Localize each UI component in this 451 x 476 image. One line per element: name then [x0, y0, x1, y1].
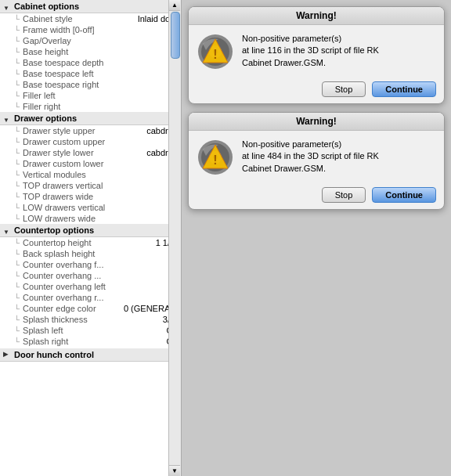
scroll-up-arrow[interactable]: ▲ [169, 0, 180, 11]
item-label: Countertop height [23, 238, 156, 247]
connector-icon: └ [14, 250, 20, 258]
tree-item: └ LOW drawers vertical 1 [0, 202, 181, 213]
dialog-2-stop-button[interactable]: Stop [322, 187, 366, 203]
item-label: Base toespace depth [23, 58, 170, 67]
section-header-drawer[interactable]: Drawer options [0, 112, 181, 125]
item-label: Splash right [23, 337, 166, 346]
tree-item: └ Filler left 0" [0, 90, 181, 101]
dialog-1-message: Non-positive parameter(s) at line 116 in… [242, 33, 436, 69]
section-header-door[interactable]: ▶ Door hunch control [0, 348, 181, 362]
tree-item: └ TOP drawers wide 1 [0, 191, 181, 202]
tree-item: └ Cabinet style Inlaid door [0, 13, 181, 24]
tree-item: └ Base height 4" [0, 46, 181, 57]
tree-item: └ Back splash height 4" [0, 248, 181, 259]
tree-panel: Cabinet options └ Cabinet style Inlaid d… [0, 0, 182, 476]
connector-icon: └ [14, 239, 20, 247]
item-label: Filler right [23, 102, 170, 111]
tree-item: └ Filler right 0" [0, 101, 181, 112]
warning-icon-2: ! [197, 139, 234, 176]
connector-icon: └ [14, 160, 20, 168]
dialog-1-stop-button[interactable]: Stop [322, 81, 366, 97]
connector-icon: └ [14, 48, 20, 56]
connector-icon: └ [14, 261, 20, 269]
item-label: Cabinet style [23, 14, 138, 23]
tree-item: └ TOP drawers vertical 2 [0, 180, 181, 191]
item-label: LOW drawers wide [23, 214, 173, 223]
section-label-cabinet: Cabinet options [14, 2, 79, 11]
connector-icon: └ [14, 316, 20, 324]
connector-icon: └ [14, 294, 20, 302]
dialog-2-buttons: Stop Continue [189, 184, 444, 209]
connector-icon: └ [14, 149, 20, 157]
tree-item: └ Splash thickness 3/4" [0, 314, 181, 325]
item-label: Back splash height [23, 249, 170, 258]
connector-icon: └ [14, 337, 20, 346]
connector-icon: └ [14, 15, 20, 23]
tree-item: └ Drawer custom upper [0, 136, 181, 147]
item-label: Drawer custom upper [23, 137, 178, 146]
connector-icon: └ [14, 182, 20, 190]
section-label-door: Door hunch control [14, 350, 94, 359]
triangle-cabinet[interactable] [3, 2, 11, 10]
tree-item: └ Gap/Overlay 0" [0, 35, 181, 46]
section-label-drawer: Drawer options [14, 114, 77, 123]
connector-icon: └ [14, 138, 20, 146]
connector-icon: └ [14, 103, 20, 111]
triangle-door[interactable]: ▶ [3, 351, 11, 359]
tree-item: └ Drawer style upper cabdr01 [0, 125, 181, 136]
scroll-down-arrow[interactable]: ▼ [169, 465, 180, 476]
connector-icon: └ [14, 81, 20, 89]
dialog-1-titlebar: Warning! [189, 7, 444, 25]
item-label: Drawer style lower [23, 148, 146, 157]
tree-item: └ Counter overhang f... 1" [0, 259, 181, 270]
tree-item: └ Counter overhang left 1" [0, 281, 181, 292]
dialog-2-message: Non-positive parameter(s) at line 484 in… [242, 139, 436, 175]
right-panel: Warning! ! Non-positive parameter( [182, 0, 451, 476]
connector-icon: └ [14, 283, 20, 291]
tree-item: └ Counter overhang ... 1" [0, 270, 181, 281]
warning-dialog-2: Warning! ! Non-positive parameter(s) at … [188, 112, 445, 210]
tree-item: └ Countertop height 1 1/2" [0, 237, 181, 248]
tree-item: └ Drawer style lower cabdr01 [0, 147, 181, 158]
triangle-drawer[interactable] [3, 114, 11, 122]
connector-icon: └ [14, 305, 20, 313]
connector-icon: └ [14, 59, 20, 67]
connector-icon: └ [14, 326, 20, 335]
dialog-1-message-text: Non-positive parameter(s) at line 116 in… [242, 34, 379, 67]
connector-icon: └ [14, 272, 20, 280]
scrollbar[interactable]: ▲ ▼ [168, 0, 181, 476]
dialog-1-continue-button[interactable]: Continue [372, 81, 436, 97]
dialog-1-buttons: Stop Continue [189, 78, 444, 103]
item-label: Counter overhang ... [23, 271, 170, 280]
item-label: LOW drawers vertical [23, 203, 173, 212]
item-label: Splash thickness [23, 315, 163, 324]
item-label: Counter overhang r... [23, 293, 170, 302]
item-label: Counter edge color [23, 304, 124, 313]
scroll-thumb[interactable] [171, 12, 180, 59]
tree-item: └ Vertical modules 4 [0, 169, 181, 180]
triangle-countertop[interactable] [3, 226, 11, 234]
connector-icon: └ [14, 204, 20, 212]
tree-item: └ Base toespace depth 3" [0, 57, 181, 68]
connector-icon: └ [14, 70, 20, 78]
tree-item: └ Frame width [0-off] 1" [0, 24, 181, 35]
svg-text:!: ! [213, 48, 217, 61]
item-label: Frame width [0-off] [23, 25, 170, 34]
tree-item: └ Splash right Off [0, 336, 181, 347]
connector-icon: └ [14, 171, 20, 179]
svg-text:!: ! [213, 153, 217, 167]
dialog-1-title: Warning! [296, 10, 337, 21]
tree-item: └ Counter overhang r... 0" [0, 292, 181, 303]
connector-icon: └ [14, 193, 20, 201]
tree-item: └ Base toespace left 0" [0, 68, 181, 79]
connector-icon: └ [14, 92, 20, 100]
item-label: Base height [23, 47, 170, 56]
item-label: Filler left [23, 91, 170, 100]
section-header-countertop[interactable]: Countertop options [0, 224, 181, 237]
dialog-2-body: ! Non-positive parameter(s) at line 484 … [189, 131, 444, 184]
dialog-2-continue-button[interactable]: Continue [372, 187, 436, 203]
item-label: TOP drawers vertical [23, 181, 173, 190]
dialog-1-body: ! Non-positive parameter(s) at line 116 … [189, 25, 444, 78]
dialog-2-titlebar: Warning! [189, 113, 444, 131]
section-header-cabinet[interactable]: Cabinet options [0, 0, 181, 13]
